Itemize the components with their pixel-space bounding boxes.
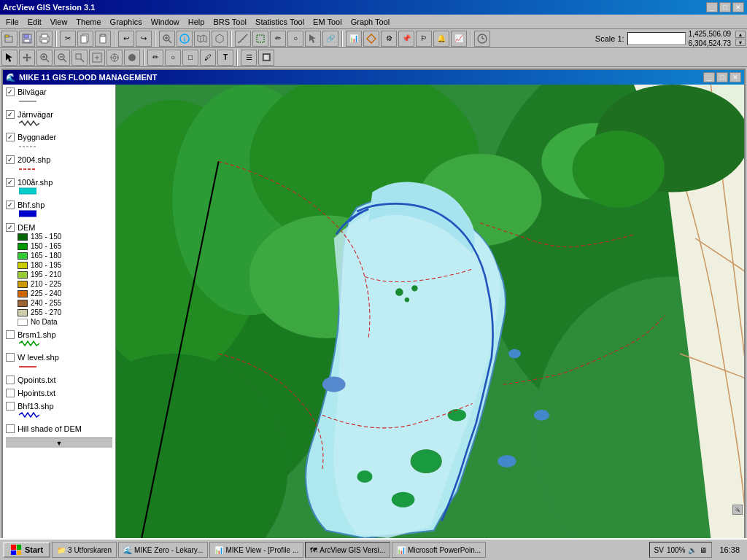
- tool-edit-vertex[interactable]: ✏: [270, 31, 286, 47]
- menu-edit[interactable]: Edit: [23, 16, 46, 28]
- tool-measure[interactable]: [235, 31, 251, 47]
- checkbox-bhfshp[interactable]: [6, 201, 15, 209]
- task-icon-powerpoint: 📊: [397, 546, 406, 554]
- task-button-mike-view[interactable]: 📊 MIKE View - [Profile ...: [209, 542, 303, 558]
- menu-theme[interactable]: Theme: [71, 16, 105, 28]
- menu-help[interactable]: Help: [184, 16, 209, 28]
- checkbox-100arshp[interactable]: [6, 178, 15, 187]
- tool-graph-up[interactable]: 📈: [451, 31, 467, 47]
- map-area[interactable]: [116, 85, 744, 538]
- checkbox-dem[interactable]: [6, 223, 15, 232]
- tool-select-pointer[interactable]: [1, 50, 18, 66]
- window-controls[interactable]: _ □ ✕: [706, 2, 744, 12]
- menu-window[interactable]: Window: [147, 16, 184, 28]
- menu-graph-tool[interactable]: Graph Tool: [347, 16, 395, 28]
- menu-view[interactable]: View: [46, 16, 72, 28]
- toolbar-separator-4: [231, 31, 232, 47]
- tool-map[interactable]: [194, 31, 210, 47]
- tool-callout[interactable]: ☰: [241, 50, 257, 66]
- legend-label-järnvägar: Järnvägar: [18, 110, 53, 119]
- task-button-arcview[interactable]: 🗺 ArcView GIS Versi...: [305, 542, 390, 558]
- tool-select[interactable]: [252, 31, 268, 47]
- menu-statistics-tool[interactable]: Statistics Tool: [251, 16, 309, 28]
- tool-undo[interactable]: ↩: [118, 31, 134, 47]
- menu-em-tool[interactable]: EM Tool: [309, 16, 347, 28]
- tool-print[interactable]: [36, 31, 53, 47]
- tool-identify[interactable]: i: [177, 31, 193, 47]
- dem-class-0: 135 - 150: [18, 233, 112, 241]
- legend-label-bhfshp: Bhf.shp: [18, 201, 44, 209]
- tool-paste[interactable]: [95, 31, 111, 47]
- symbol-bhfshp: [19, 210, 36, 217]
- gis-window-controls[interactable]: _ □ ✕: [703, 72, 741, 82]
- tool-rect-draw[interactable]: □: [182, 50, 198, 66]
- tool-node[interactable]: ○: [287, 31, 303, 47]
- tool-zoom-in-2[interactable]: [36, 50, 53, 66]
- toolbar-separator-5: [341, 31, 343, 47]
- tool-settings[interactable]: ⚙: [381, 31, 397, 47]
- legend-label-100arshp: 100år.shp: [18, 178, 53, 187]
- checkbox-byggnader[interactable]: [6, 133, 15, 141]
- tool-zoom-rect[interactable]: [71, 50, 88, 66]
- checkbox-hillshade[interactable]: [6, 424, 15, 433]
- gis-minimize-button[interactable]: _: [703, 72, 715, 82]
- tool-pan[interactable]: [19, 50, 35, 66]
- svg-rect-92: [11, 551, 16, 555]
- checkbox-järnvägar[interactable]: [6, 110, 15, 119]
- checkbox-bhf13shp[interactable]: [6, 402, 15, 411]
- scale-label: Scale 1:: [595, 34, 624, 43]
- coord-up-btn[interactable]: ▲: [735, 31, 746, 38]
- toolbar-separator-2: [114, 31, 115, 47]
- symbol-bhf13shp: [19, 411, 39, 419]
- tool-hex[interactable]: [212, 31, 228, 47]
- close-button[interactable]: ✕: [732, 2, 744, 12]
- legend-item-bhfshp: Bhf.shp: [6, 201, 112, 219]
- tool-alert[interactable]: 🔔: [433, 31, 449, 47]
- tool-redo[interactable]: ↪: [136, 31, 152, 47]
- tool-filled-circle[interactable]: [124, 50, 140, 66]
- start-button[interactable]: Start: [3, 542, 50, 558]
- checkbox-wlevelshp[interactable]: [6, 353, 15, 362]
- tool-text[interactable]: T: [217, 50, 233, 66]
- checkbox-hpointstxt[interactable]: [6, 389, 15, 397]
- tool-cut[interactable]: ✂: [60, 31, 76, 47]
- maximize-button[interactable]: □: [719, 2, 731, 12]
- menu-brs-tool[interactable]: BRS Tool: [209, 16, 251, 28]
- task-button-powerpoint[interactable]: 📊 Microsoft PowerPoin...: [392, 542, 486, 558]
- tool-zoom-in[interactable]: [159, 31, 175, 47]
- task-button-mike-zero[interactable]: 🌊 MIKE Zero - Lekary...: [118, 542, 208, 558]
- tool-target[interactable]: [107, 50, 123, 66]
- minimize-button[interactable]: _: [706, 2, 718, 12]
- menu-file[interactable]: File: [1, 16, 23, 28]
- legend-scroll-down[interactable]: ▼: [6, 438, 112, 448]
- tool-frame[interactable]: 🔲: [258, 50, 274, 66]
- checkbox-brsm1shp[interactable]: [6, 330, 15, 339]
- checkbox-qpointstxt[interactable]: [6, 376, 15, 384]
- tool-circle-draw[interactable]: ○: [165, 50, 181, 66]
- svg-point-73: [357, 470, 372, 483]
- menu-graphics[interactable]: Graphics: [106, 16, 147, 28]
- gis-maximize-button[interactable]: □: [716, 72, 728, 82]
- gis-close-button[interactable]: ✕: [729, 72, 741, 82]
- checkbox-bilvägar[interactable]: [6, 88, 15, 96]
- scale-input[interactable]: [627, 32, 686, 45]
- checkbox-2004shp[interactable]: [6, 155, 15, 164]
- tool-chart[interactable]: 📊: [346, 31, 362, 47]
- task-button-utforskaren[interactable]: 📁 3 Utforskaren: [52, 542, 117, 558]
- tool-copy[interactable]: [77, 31, 93, 47]
- tool-open[interactable]: [1, 31, 18, 47]
- tool-clock[interactable]: [474, 31, 490, 47]
- tool-diamond[interactable]: [363, 31, 379, 47]
- taskbar-right: SV 100% 🔊 🖥 16:38: [649, 542, 744, 558]
- map-svg: [116, 85, 744, 538]
- tool-link[interactable]: 🔗: [322, 31, 338, 47]
- tool-pencil[interactable]: ✏: [147, 50, 163, 66]
- tool-zoom-full[interactable]: [89, 50, 105, 66]
- tool-zoom-out[interactable]: [54, 50, 70, 66]
- tool-flag[interactable]: 🏳: [416, 31, 432, 47]
- coord-down-btn[interactable]: ▼: [735, 39, 746, 46]
- tool-pen[interactable]: 🖊: [200, 50, 216, 66]
- tool-save[interactable]: [19, 31, 35, 47]
- tool-pin[interactable]: 📌: [398, 31, 414, 47]
- tool-pointer[interactable]: [305, 31, 321, 47]
